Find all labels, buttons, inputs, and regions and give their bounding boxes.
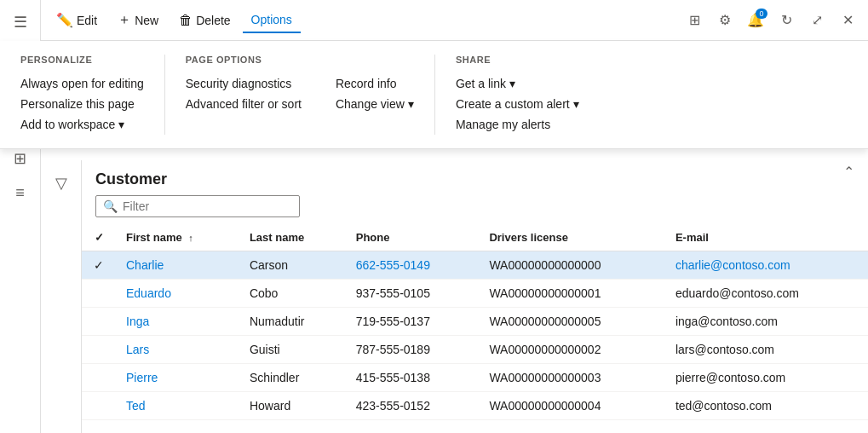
apps-button[interactable]: ⊞ <box>681 7 708 34</box>
first-name-cell[interactable]: Inga <box>116 308 239 336</box>
data-area: ⌃ Customer 🔍 ✓ <box>82 160 868 433</box>
page-title: Customer <box>82 160 868 195</box>
new-label: New <box>135 14 158 27</box>
options-button[interactable]: Options <box>243 8 301 33</box>
apps-icon: ⊞ <box>689 12 700 28</box>
topbar-right: ⊞ ⚙ 🔔 0 ↻ ⤢ ✕ <box>681 7 861 34</box>
filter-sidebar: ▽ <box>41 160 82 433</box>
create-custom-alert-item[interactable]: Create a custom alert ▾ <box>456 94 579 114</box>
options-dropdown: PERSONALIZE Always open for editing Pers… <box>0 41 868 149</box>
phone-cell: 937-555-0105 <box>346 280 480 308</box>
row-checkbox[interactable] <box>82 308 116 336</box>
share-title: SHARE <box>456 55 579 65</box>
table-row[interactable]: Inga Numadutir 719-555-0137 WA0000000000… <box>82 308 868 336</box>
table-row[interactable]: Eduardo Cobo 937-555-0105 WA000000000000… <box>82 280 868 308</box>
drivers-license-cell: WA00000000000005 <box>479 308 664 336</box>
share-section: SHARE Get a link ▾ Create a custom alert… <box>434 55 600 135</box>
content-area: ▽ ⌃ Customer 🔍 ✓ <box>41 160 868 433</box>
table-header-row: ✓ First name ↑ Last name Phone Drivers l… <box>82 224 868 251</box>
always-open-editing-item[interactable]: Always open for editing <box>20 73 144 94</box>
first-name-cell[interactable]: Eduardo <box>116 280 239 308</box>
last-name-cell: Guisti <box>239 336 346 364</box>
phone-header[interactable]: Phone <box>346 224 480 251</box>
security-diagnostics-item[interactable]: Security diagnostics <box>186 73 302 94</box>
last-name-cell: Carson <box>239 251 346 280</box>
phone-cell: 787-555-0189 <box>346 336 480 364</box>
email-header[interactable]: E-mail <box>665 224 868 251</box>
last-name-cell: Howard <box>239 392 346 420</box>
sidebar-list-icon[interactable]: ≡ <box>5 177 36 208</box>
phone-cell: 662-555-0149 <box>346 251 480 280</box>
new-button[interactable]: ＋ New <box>109 6 167 34</box>
popout-icon: ⤢ <box>812 12 823 28</box>
change-view-item[interactable]: Change view ▾ <box>336 94 414 114</box>
page-options-section: PAGE OPTIONS Security diagnostics Advanc… <box>164 55 434 135</box>
first-name-cell[interactable]: Ted <box>116 392 239 420</box>
close-icon: ✕ <box>842 12 854 28</box>
personalize-title: PERSONALIZE <box>20 55 144 65</box>
last-name-cell: Numadutir <box>239 308 346 336</box>
refresh-button[interactable]: ↻ <box>773 7 800 34</box>
search-icon: 🔍 <box>103 199 118 213</box>
row-checkbox[interactable] <box>82 280 116 308</box>
edit-button[interactable]: ✏️ Edit <box>48 7 106 33</box>
refresh-icon: ↻ <box>781 12 792 28</box>
popout-button[interactable]: ⤢ <box>803 7 831 34</box>
sidebar-menu-icon[interactable]: ☰ <box>5 7 36 38</box>
first-name-cell[interactable]: Lars <box>116 336 239 364</box>
first-name-cell[interactable]: Charlie <box>116 251 239 280</box>
record-info-item[interactable]: Record info <box>336 73 414 94</box>
settings-icon: ⚙ <box>719 12 731 28</box>
table-row[interactable]: ✓ Charlie Carson 662-555-0149 WA00000000… <box>82 251 868 280</box>
email-cell: lars@contoso.com <box>665 336 868 364</box>
drivers-license-cell: WA00000000000002 <box>479 336 664 364</box>
table-row[interactable]: Pierre Schindler 415-555-0138 WA00000000… <box>82 364 868 392</box>
table-row[interactable]: Lars Guisti 787-555-0189 WA0000000000000… <box>82 336 868 364</box>
close-button[interactable]: ✕ <box>834 7 861 34</box>
drivers-license-header[interactable]: Drivers license <box>479 224 664 251</box>
delete-label: Delete <box>196 14 230 27</box>
checkmark-icon: ✓ <box>95 231 104 244</box>
email-cell: charlie@contoso.com <box>665 251 868 280</box>
email-cell: inga@contoso.com <box>665 308 868 336</box>
row-checkbox[interactable]: ✓ <box>82 251 116 280</box>
phone-cell: 423-555-0152 <box>346 392 480 420</box>
collapse-button[interactable]: ⌃ <box>843 164 854 180</box>
row-checkbox[interactable] <box>82 392 116 420</box>
first-name-cell[interactable]: Pierre <box>116 364 239 392</box>
drivers-license-cell: WA00000000000003 <box>479 364 664 392</box>
get-link-item[interactable]: Get a link ▾ <box>456 73 579 94</box>
personalize-page-item[interactable]: Personalize this page <box>20 94 144 114</box>
notifications-button[interactable]: 🔔 0 <box>742 7 769 34</box>
customer-table-container: ✓ First name ↑ Last name Phone Drivers l… <box>82 224 868 433</box>
customer-table: ✓ First name ↑ Last name Phone Drivers l… <box>82 224 868 420</box>
manage-alerts-item[interactable]: Manage my alerts <box>456 114 579 135</box>
sort-up-icon: ↑ <box>188 233 193 243</box>
page-options-title: PAGE OPTIONS <box>186 55 414 65</box>
options-label: Options <box>251 13 292 26</box>
phone-cell: 415-555-0138 <box>346 364 480 392</box>
add-to-workspace-item[interactable]: Add to workspace ▾ <box>20 114 144 135</box>
search-bar: 🔍 <box>95 195 300 217</box>
delete-button[interactable]: 🗑 Delete <box>170 8 239 33</box>
notification-badge: 0 <box>756 9 767 19</box>
drivers-license-cell: WA00000000000001 <box>479 280 664 308</box>
phone-cell: 719-555-0137 <box>346 308 480 336</box>
main-area: ✏️ Edit ＋ New 🗑 Delete Options ⊞ ⚙ <box>41 0 868 433</box>
table-row[interactable]: Ted Howard 423-555-0152 WA00000000000004… <box>82 392 868 420</box>
filter-icon[interactable]: ▽ <box>55 174 67 193</box>
row-checkbox[interactable] <box>82 364 116 392</box>
new-icon: ＋ <box>118 11 131 29</box>
edit-label: Edit <box>77 14 97 27</box>
drivers-license-cell: WA00000000000000 <box>479 251 664 280</box>
email-cell: pierre@contoso.com <box>665 364 868 392</box>
settings-button[interactable]: ⚙ <box>711 7 739 34</box>
first-name-header[interactable]: First name ↑ <box>116 224 239 251</box>
personalize-section: PERSONALIZE Always open for editing Pers… <box>0 55 164 135</box>
filter-input[interactable] <box>123 199 292 213</box>
row-checkbox[interactable] <box>82 336 116 364</box>
email-cell: ted@contoso.com <box>665 392 868 420</box>
last-name-header[interactable]: Last name <box>239 224 346 251</box>
edit-icon: ✏️ <box>56 12 73 28</box>
advanced-filter-item[interactable]: Advanced filter or sort <box>186 94 302 114</box>
